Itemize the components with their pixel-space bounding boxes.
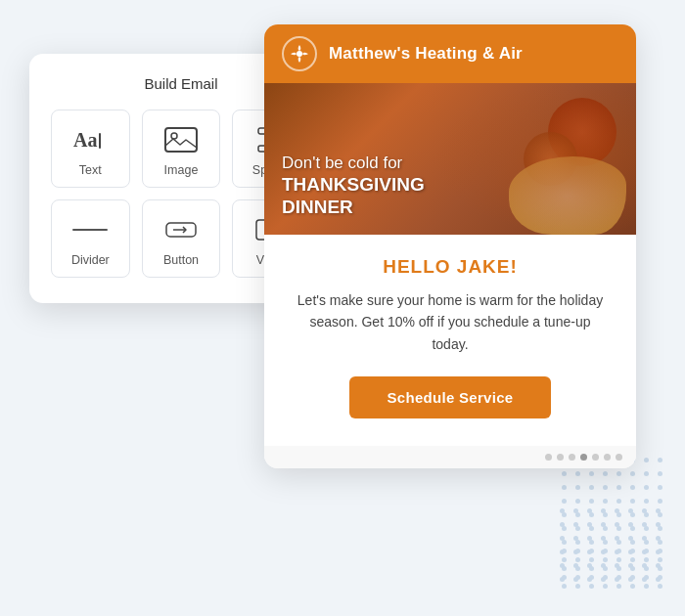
build-item-button[interactable]: Button xyxy=(142,199,221,278)
fan-icon xyxy=(282,36,317,71)
email-preview-card: Matthew's Heating & Air Don't be cold fo… xyxy=(264,24,636,468)
email-footer-dots xyxy=(264,446,636,468)
build-item-image[interactable]: Image xyxy=(142,110,221,188)
email-header: Matthew's Heating & Air xyxy=(264,24,636,83)
dot-3 xyxy=(569,454,575,461)
svg-rect-1 xyxy=(99,133,101,149)
image-item-label: Image xyxy=(164,163,199,177)
company-name: Matthew's Heating & Air xyxy=(329,44,523,64)
dot-4 xyxy=(580,454,587,461)
build-item-text[interactable]: Aa Text xyxy=(51,110,130,188)
svg-point-11 xyxy=(297,51,302,57)
email-body-text: Let's make sure your home is warm for th… xyxy=(292,289,609,355)
email-hero: Don't be cold for THANKSGIVING DINNER xyxy=(264,83,636,235)
email-body: HELLO JAKE! Let's make sure your home is… xyxy=(264,235,636,446)
schedule-service-button[interactable]: Schedule Service xyxy=(349,376,550,418)
email-greeting: HELLO JAKE! xyxy=(292,256,609,278)
image-icon xyxy=(161,124,201,155)
dot-2 xyxy=(557,454,564,461)
svg-rect-2 xyxy=(165,128,197,152)
scene: (function() { const grid = document.quer… xyxy=(0,0,685,616)
text-icon: Aa xyxy=(70,124,110,155)
dot-6 xyxy=(604,454,611,461)
text-item-label: Text xyxy=(79,163,102,177)
build-item-divider[interactable]: Divider xyxy=(51,199,130,278)
dot-1 xyxy=(545,454,552,461)
divider-item-label: Divider xyxy=(71,253,110,267)
dot-5 xyxy=(592,454,599,461)
divider-icon xyxy=(70,214,110,245)
dot-7 xyxy=(616,454,622,461)
hero-line1: Don't be cold for xyxy=(282,153,470,174)
dot-grid-br xyxy=(562,458,667,589)
hero-text-block: Don't be cold for THANKSGIVING DINNER xyxy=(264,139,487,235)
button-icon xyxy=(161,214,201,245)
svg-point-3 xyxy=(171,133,177,139)
svg-text:Aa: Aa xyxy=(73,129,97,151)
hero-line2: THANKSGIVING DINNER xyxy=(282,174,470,219)
button-item-label: Button xyxy=(163,253,199,267)
